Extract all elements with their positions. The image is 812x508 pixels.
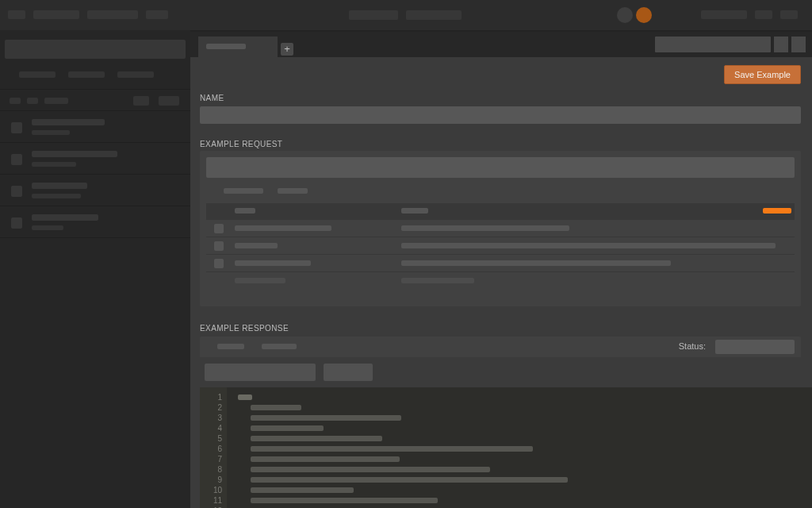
response-format-select[interactable]	[205, 364, 316, 381]
filter-tab[interactable]	[68, 71, 105, 78]
request-row[interactable]	[206, 237, 795, 254]
response-tab[interactable]	[262, 344, 297, 349]
subtab[interactable]	[10, 98, 21, 104]
filter-tab[interactable]	[19, 71, 56, 78]
editor-tab-active[interactable]	[198, 37, 278, 57]
request-url-input[interactable]	[206, 157, 795, 178]
example-request-label: EXAMPLE REQUEST	[200, 140, 282, 148]
line-gutter: 12345678910111213	[200, 387, 227, 508]
header-center[interactable]	[406, 10, 462, 20]
sidebar	[0, 30, 190, 508]
sidebar-item[interactable]	[0, 143, 190, 175]
app-root: + Save Example NAME EXAMPLE REQUEST	[0, 0, 812, 508]
request-row-empty[interactable]	[206, 271, 795, 289]
avatar-secondary[interactable]	[617, 7, 633, 23]
header-item[interactable]	[146, 10, 168, 19]
status-input[interactable]	[715, 340, 795, 354]
response-toolbar	[200, 360, 801, 384]
sidebar-item[interactable]	[0, 111, 190, 143]
request-tab[interactable]	[224, 188, 263, 194]
sidebar-subtabs	[0, 89, 190, 111]
add-tab-button[interactable]: +	[281, 43, 293, 56]
response-view-toggle[interactable]	[324, 364, 373, 381]
folder-icon	[11, 217, 22, 229]
header-action[interactable]	[755, 10, 772, 19]
col-value	[401, 208, 428, 214]
header-center[interactable]	[349, 10, 398, 20]
save-example-button[interactable]: Save Example	[724, 65, 801, 84]
request-tab[interactable]	[278, 188, 308, 194]
tabs-action[interactable]	[774, 37, 788, 52]
example-editor-panel: + Save Example NAME EXAMPLE REQUEST	[190, 32, 812, 508]
response-tabs: Status:	[200, 337, 801, 357]
header-action[interactable]	[701, 10, 747, 19]
subtab[interactable]	[44, 98, 68, 104]
editor-tabs: +	[190, 32, 812, 57]
row-checkbox[interactable]	[214, 259, 224, 268]
header-item[interactable]	[33, 10, 79, 19]
tabs-search[interactable]	[655, 37, 771, 52]
response-tab[interactable]	[217, 344, 244, 349]
bulk-edit-link[interactable]	[763, 208, 791, 214]
example-name-input[interactable]	[200, 106, 801, 124]
subtab-action[interactable]	[133, 96, 149, 106]
tabs-action[interactable]	[791, 37, 806, 52]
header-item[interactable]	[87, 10, 138, 19]
folder-icon	[11, 122, 22, 133]
header-item[interactable]	[8, 10, 25, 19]
request-table-header	[206, 203, 795, 219]
request-row[interactable]	[206, 254, 795, 271]
request-row[interactable]	[206, 219, 795, 237]
col-key	[235, 208, 255, 214]
request-tabs	[206, 184, 795, 198]
sidebar-item[interactable]	[0, 175, 190, 206]
status-label: Status:	[679, 341, 706, 351]
request-rows	[206, 219, 795, 289]
subtab[interactable]	[27, 98, 38, 104]
row-checkbox[interactable]	[214, 224, 224, 233]
response-body-editor[interactable]: 12345678910111213	[200, 387, 812, 508]
filter-tab[interactable]	[117, 71, 154, 78]
sidebar-filter-row	[0, 64, 190, 87]
folder-icon	[11, 186, 22, 197]
example-response-label: EXAMPLE RESPONSE	[200, 324, 289, 333]
app-header	[0, 0, 812, 30]
folder-icon	[11, 154, 22, 165]
row-checkbox[interactable]	[214, 241, 224, 251]
avatar[interactable]	[636, 7, 652, 23]
example-request-box	[200, 151, 801, 306]
header-action[interactable]	[780, 10, 798, 19]
name-label: NAME	[200, 94, 224, 102]
sidebar-item[interactable]	[0, 206, 190, 238]
subtab-action[interactable]	[159, 96, 179, 106]
sidebar-search[interactable]	[5, 40, 186, 59]
sidebar-list	[0, 111, 190, 238]
